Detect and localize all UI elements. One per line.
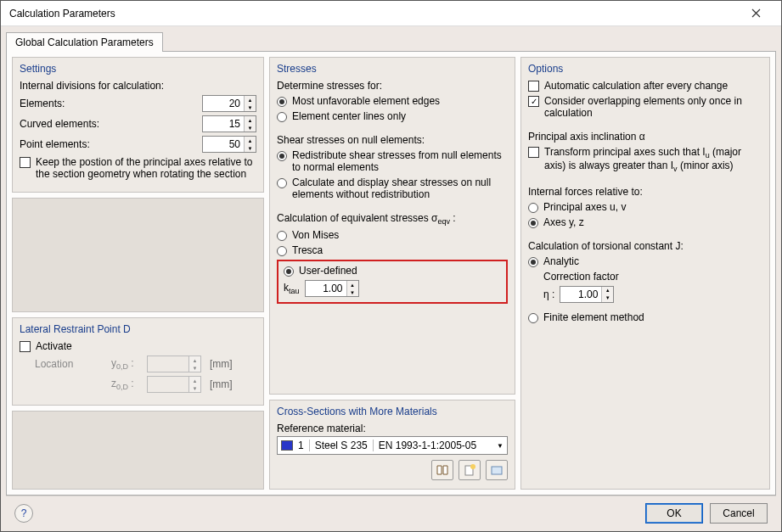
window-title: Calculation Parameters [9,8,739,20]
material-name: Steel S 235 [315,440,368,451]
group-title-cross: Cross-Sections with More Materials [277,406,508,417]
ktau-input[interactable] [306,281,346,296]
elements-label: Elements: [20,98,197,109]
radio-icon [528,257,538,267]
group-lateral: Lateral Restraint Point D Activate Locat… [12,317,264,406]
radio-noredist[interactable]: Calculate and display shear stresses on … [277,176,508,200]
blank-panel-1 [12,198,264,312]
spin-down-icon[interactable]: ▼ [602,294,613,302]
help-button[interactable]: ? [14,504,33,523]
transform-checkbox[interactable]: Transform principal axes such that Iu (m… [528,146,762,174]
z0d-input [148,377,188,392]
point-input[interactable] [203,137,244,152]
curved-label: Curved elements: [20,118,197,130]
spin-down-icon: ▼ [189,384,200,392]
spin-down-icon[interactable]: ▼ [245,144,256,152]
curved-input[interactable] [203,116,244,132]
cancel-button[interactable]: Cancel [710,503,768,524]
keep-axes-checkbox[interactable]: Keep the postion of the principal axes r… [20,156,256,180]
radio-icon [284,266,294,277]
ktau-spinner[interactable]: ▲▼ [305,280,359,297]
radio-tresca[interactable]: Tresca [277,244,508,256]
group-title-settings: Settings [20,63,256,75]
spin-up-icon[interactable]: ▲ [245,116,256,124]
new-material-button[interactable] [459,460,481,480]
curved-spinner[interactable]: ▲▼ [202,115,256,132]
tab-global-parameters[interactable]: Global Calculation Parameters [6,32,163,52]
spin-down-icon[interactable]: ▼ [245,124,256,132]
radio-yz[interactable]: Axes y, z [528,216,762,228]
z0d-unit: [mm] [210,378,235,390]
radio-userdefined[interactable]: User-defined [284,265,501,277]
group-options: Options Automatic calculation after ever… [520,57,770,490]
spin-up-icon[interactable]: ▲ [347,281,358,288]
spin-up-icon[interactable]: ▲ [602,287,613,294]
radio-edges-label: Most unfavorable element edges [292,95,440,107]
radio-uv-label: Principal axes u, v [543,201,626,213]
y0d-unit: [mm] [210,358,235,370]
radio-userdefined-label: User-defined [299,265,357,277]
eta-input[interactable] [560,287,601,302]
z0d-spinner: ▲▼ [147,376,201,393]
elements-spinner[interactable]: ▲▼ [202,95,256,112]
spin-up-icon[interactable]: ▲ [245,96,256,104]
equiv-label: Calculation of equivalent stresses σeqv … [277,212,508,226]
correction-factor-label: Correction factor [543,271,762,283]
auto-calc-checkbox[interactable]: Automatic calculation after every change [528,80,762,92]
book-icon [436,465,448,475]
edit-material-button[interactable] [486,460,508,480]
group-title-stresses: Stresses [277,63,508,75]
radio-redist[interactable]: Redistribute shear stresses from null el… [277,149,508,173]
ok-button[interactable]: OK [645,503,703,524]
svg-rect-2 [492,467,502,474]
internal-forces-label: Internal forces relative to: [528,186,762,198]
principal-axis-title: Principal axis inclination α [528,131,762,143]
library-button[interactable] [431,460,453,480]
activate-label: Activate [36,340,72,352]
radio-analytic[interactable]: Analytic [528,255,762,267]
radio-vonmises[interactable]: Von Mises [277,229,508,241]
activate-checkbox[interactable]: Activate [20,340,256,352]
z0d-label: z0,D : [111,378,142,391]
dialog-window: Calculation Parameters Global Calculatio… [0,0,782,532]
transform-label: Transform principal axes such that Iu (m… [544,146,762,174]
checkbox-icon [528,147,539,158]
help-icon: ? [21,507,27,519]
group-title-lateral: Lateral Restraint Point D [20,323,256,335]
footer: ? OK Cancel [6,496,776,529]
tab-body: Settings Internal divisions for calculat… [6,51,776,496]
radio-center[interactable]: Element center lines only [277,110,508,122]
group-stresses: Stresses Determine stresses for: Most un… [269,57,515,395]
spin-down-icon[interactable]: ▼ [245,104,256,111]
svg-point-1 [470,464,475,469]
titlebar: Calculation Parameters [1,1,781,26]
close-button[interactable] [739,2,773,25]
spin-up-icon[interactable]: ▲ [245,137,256,144]
radio-icon [277,178,287,188]
user-defined-highlight: User-defined ktau ▲▼ [277,260,508,304]
overlap-checkbox[interactable]: ✓Consider overlapping elements only once… [528,95,762,119]
elements-input[interactable] [203,96,244,111]
checkbox-icon [20,157,31,168]
close-icon [751,8,761,18]
point-spinner[interactable]: ▲▼ [202,136,256,153]
radio-icon [277,112,287,122]
y0d-label: y0,D : [111,357,142,371]
auto-calc-label: Automatic calculation after every change [544,80,728,92]
radio-fem[interactable]: Finite element method [528,311,762,323]
material-select[interactable]: 1 Steel S 235 EN 1993-1-1:2005-05 ▼ [277,436,508,455]
material-swatch-icon [281,440,293,451]
spin-down-icon[interactable]: ▼ [347,288,358,296]
y0d-input [148,356,188,372]
tabstrip: Global Calculation Parameters [6,32,776,52]
new-icon [464,464,475,476]
group-title-options: Options [528,63,762,75]
radio-icon [528,313,538,323]
shear-null-label: Shear stresses on null elements: [277,134,508,146]
eta-spinner[interactable]: ▲▼ [560,286,614,303]
radio-uv[interactable]: Principal axes u, v [528,201,762,213]
radio-center-label: Element center lines only [292,110,406,122]
spin-up-icon: ▲ [189,356,200,364]
radio-edges[interactable]: Most unfavorable element edges [277,95,508,107]
radio-vonmises-label: Von Mises [292,229,339,241]
